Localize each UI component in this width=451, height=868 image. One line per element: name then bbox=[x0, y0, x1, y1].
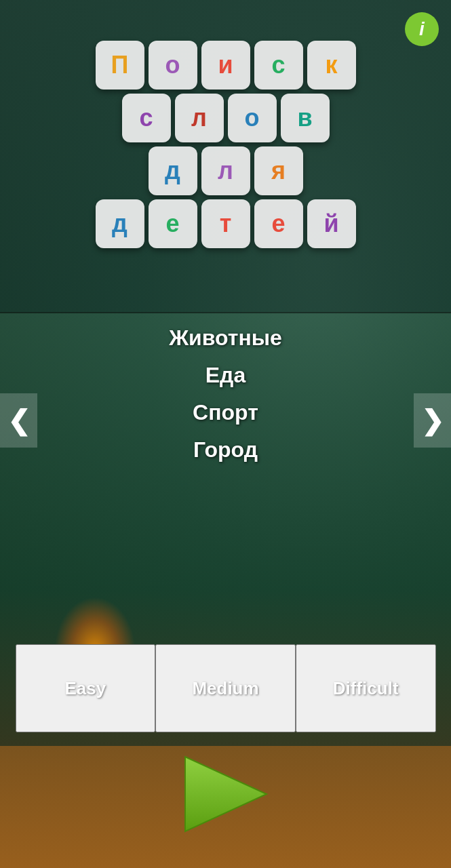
play-button-svg bbox=[175, 750, 277, 838]
title-area: П о и с к с л о в д л я д е т е й bbox=[0, 41, 451, 248]
category-animals[interactable]: Животные bbox=[169, 326, 282, 351]
title-row-4: д е т е й bbox=[96, 199, 356, 248]
svg-marker-3 bbox=[185, 757, 267, 831]
tile-д2: д bbox=[96, 199, 144, 248]
tile-л2: л bbox=[201, 146, 250, 195]
info-button[interactable]: i bbox=[405, 12, 439, 46]
tile-и: и bbox=[201, 41, 250, 90]
difficulty-container: Easy Medium Difficult bbox=[16, 644, 436, 732]
tile-т: т bbox=[201, 199, 250, 248]
tile-е2: е bbox=[254, 199, 303, 248]
category-city[interactable]: Город bbox=[193, 437, 258, 462]
title-row-1: П о и с к bbox=[96, 41, 356, 90]
separator bbox=[0, 312, 451, 313]
play-button[interactable] bbox=[175, 750, 277, 840]
tile-к: к bbox=[307, 41, 356, 90]
tile-я: я bbox=[254, 146, 303, 195]
tile-П: П bbox=[96, 41, 144, 90]
tile-й: й bbox=[307, 199, 356, 248]
left-arrow-icon: ❮ bbox=[7, 405, 31, 436]
category-list: Животные Еда Спорт Город bbox=[0, 326, 451, 462]
nav-right-button[interactable]: ❯ bbox=[414, 393, 451, 448]
difficult-button[interactable]: Difficult bbox=[296, 644, 436, 732]
tile-е1: е bbox=[149, 199, 197, 248]
category-food[interactable]: Еда bbox=[205, 363, 246, 388]
tile-с1: с bbox=[254, 41, 303, 90]
tile-о2: о bbox=[228, 94, 277, 142]
easy-button[interactable]: Easy bbox=[16, 644, 156, 732]
info-icon: i bbox=[419, 18, 425, 40]
tile-д1: д bbox=[149, 146, 197, 195]
category-sport[interactable]: Спорт bbox=[193, 400, 258, 425]
medium-button[interactable]: Medium bbox=[155, 644, 296, 732]
tile-с2: с bbox=[122, 94, 171, 142]
right-arrow-icon: ❯ bbox=[421, 405, 444, 436]
tile-о1: о bbox=[149, 41, 197, 90]
difficulty-area: Easy Medium Difficult bbox=[0, 644, 451, 732]
difficulty-labels: Easy Medium Difficult bbox=[16, 644, 436, 732]
title-row-3: д л я bbox=[149, 146, 303, 195]
play-button-area bbox=[175, 750, 277, 841]
tile-в: в bbox=[281, 94, 330, 142]
title-row-2: с л о в bbox=[122, 94, 330, 142]
nav-left-button[interactable]: ❮ bbox=[0, 393, 37, 448]
tile-л1: л bbox=[175, 94, 224, 142]
